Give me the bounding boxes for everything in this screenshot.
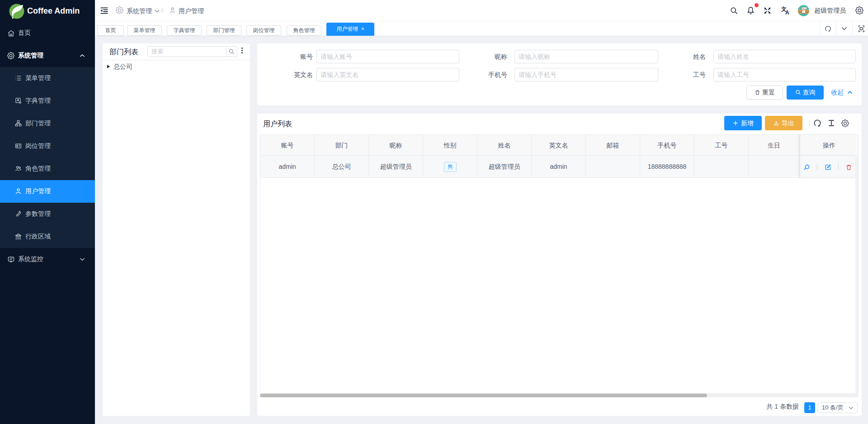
svg-text:A: A	[785, 10, 789, 15]
